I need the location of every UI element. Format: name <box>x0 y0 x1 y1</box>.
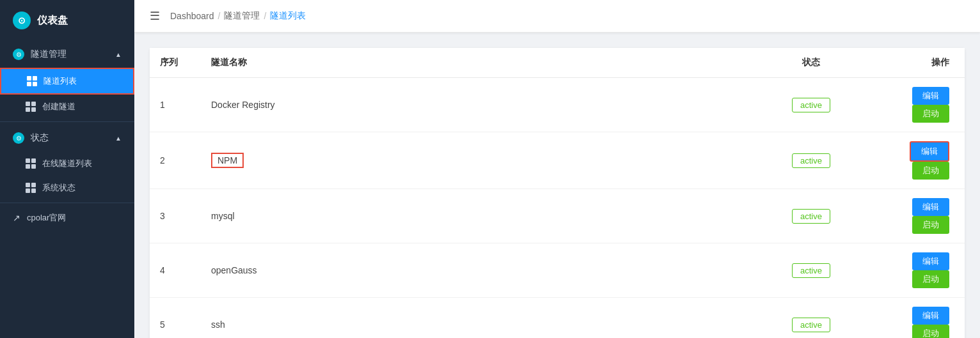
breadcrumb-sep-2: / <box>264 11 266 21</box>
cpolar-label: cpolar官网 <box>27 212 66 224</box>
table-row: 4 openGauss active 编辑 启动 <box>150 243 965 298</box>
grid2-icon <box>26 102 36 112</box>
breadcrumb-tunnel-mgmt[interactable]: 隧道管理 <box>224 10 260 22</box>
status-group[interactable]: ⚙ 状态 ▲ <box>0 125 134 151</box>
row5-ops: 编辑 启动 <box>862 298 965 339</box>
divider-2 <box>0 203 134 203</box>
status-badge: active <box>792 153 830 168</box>
system-status-label: 系统状态 <box>42 182 75 194</box>
status-badge: active <box>792 98 830 112</box>
row1-status: active <box>760 78 862 132</box>
row4-ops: 编辑 启动 <box>862 243 965 298</box>
table-row: 2 NPM active 编辑 启动 <box>150 132 965 189</box>
row3-status: active <box>760 189 862 243</box>
table-row: 1 Docker Registry active 编辑 启动 <box>150 78 965 132</box>
divider-1 <box>0 121 134 122</box>
sidebar-item-cpolar[interactable]: ↗ cpolar官网 <box>0 206 134 230</box>
row5-seq: 5 <box>150 298 201 339</box>
breadcrumb-sep-1: / <box>218 11 221 21</box>
table-row: 5 ssh active 编辑 启动 <box>150 298 965 339</box>
start-button[interactable]: 启动 <box>912 105 949 123</box>
tunnel-mgmt-section: ⚙ 隧道管理 ▲ 隧道列表 创建隧道 <box>0 41 134 119</box>
start-button[interactable]: 启动 <box>912 325 949 338</box>
start-button[interactable]: 启动 <box>912 216 949 234</box>
row1-seq: 1 <box>150 78 201 132</box>
row3-ops: 编辑 启动 <box>862 189 965 243</box>
status-badge: active <box>792 209 830 224</box>
row2-status: active <box>760 132 862 189</box>
col-header-seq: 序列 <box>150 48 201 78</box>
row4-status: active <box>760 243 862 298</box>
tunnel-mgmt-group[interactable]: ⚙ 隧道管理 ▲ <box>0 41 134 68</box>
row4-name: openGauss <box>201 243 760 298</box>
header: ☰ Dashboard / 隧道管理 / 隧道列表 <box>134 0 980 33</box>
table-header-row: 序列 隧道名称 状态 操作 <box>150 48 965 78</box>
create-tunnel-label: 创建隧道 <box>42 101 75 112</box>
tunnel-list-label: 隧道列表 <box>43 75 77 87</box>
sidebar-logo-label: 仪表盘 <box>37 14 68 27</box>
menu-icon[interactable]: ☰ <box>150 9 160 23</box>
row2-ops: 编辑 启动 <box>862 132 965 189</box>
row3-seq: 3 <box>150 189 201 243</box>
row4-seq: 4 <box>150 243 201 298</box>
row2-name: NPM <box>201 132 760 189</box>
chevron-up2-icon: ▲ <box>115 135 122 142</box>
grid3-icon <box>26 158 36 169</box>
tunnel-table: 序列 隧道名称 状态 操作 1 Docker Registry ac <box>150 48 965 338</box>
dashboard-icon: ⊙ <box>13 12 31 29</box>
start-button[interactable]: 启动 <box>912 162 949 180</box>
edit-button[interactable]: 编辑 <box>912 87 949 105</box>
row5-name: ssh <box>201 298 760 339</box>
sidebar-item-system-status[interactable]: 系统状态 <box>0 176 134 200</box>
col-header-status: 状态 <box>760 48 862 78</box>
status-section: ⚙ 状态 ▲ 在线隧道列表 系统状态 <box>0 125 134 200</box>
breadcrumb: Dashboard / 隧道管理 / 隧道列表 <box>170 10 306 22</box>
grid4-icon <box>26 183 36 193</box>
external-link-icon: ↗ <box>13 213 20 223</box>
sidebar-item-online-tunnels[interactable]: 在线隧道列表 <box>0 151 134 176</box>
sidebar-logo[interactable]: ⊙ 仪表盘 <box>0 0 134 41</box>
start-button[interactable]: 启动 <box>912 270 949 288</box>
edit-button[interactable]: 编辑 <box>912 198 949 216</box>
row5-status: active <box>760 298 862 339</box>
status-icon: ⚙ <box>13 132 24 144</box>
row1-ops: 编辑 启动 <box>862 78 965 132</box>
edit-button[interactable]: 编辑 <box>912 252 949 270</box>
col-header-ops: 操作 <box>862 48 965 78</box>
status-label: 状态 <box>31 132 49 144</box>
row2-seq: 2 <box>150 132 201 189</box>
grid-icon <box>27 76 37 86</box>
status-badge: active <box>792 263 830 278</box>
edit-button[interactable]: 编辑 <box>912 307 949 325</box>
chevron-up-icon: ▲ <box>115 51 122 58</box>
table-row: 3 mysql active 编辑 启动 <box>150 189 965 243</box>
sidebar-item-create-tunnel[interactable]: 创建隧道 <box>0 95 134 119</box>
breadcrumb-tunnel-list[interactable]: 隧道列表 <box>270 10 306 22</box>
content-area: 序列 隧道名称 状态 操作 1 Docker Registry ac <box>134 33 980 338</box>
online-tunnels-label: 在线隧道列表 <box>42 158 92 169</box>
sidebar-item-tunnel-list[interactable]: 隧道列表 <box>0 68 134 95</box>
tunnel-mgmt-icon: ⚙ <box>13 49 24 60</box>
breadcrumb-dashboard[interactable]: Dashboard <box>170 11 214 21</box>
tunnel-mgmt-label: 隧道管理 <box>31 49 67 60</box>
status-badge: active <box>792 318 830 332</box>
row3-name: mysql <box>201 189 760 243</box>
sidebar: ⊙ 仪表盘 ⚙ 隧道管理 ▲ 隧道列表 创建隧道 ⚙ 状态 ▲ <box>0 0 134 338</box>
npm-name-highlighted: NPM <box>211 153 244 168</box>
row1-name: Docker Registry <box>201 78 760 132</box>
edit-button-highlighted[interactable]: 编辑 <box>910 141 949 162</box>
tunnel-table-container: 序列 隧道名称 状态 操作 1 Docker Registry ac <box>150 48 965 338</box>
col-header-name: 隧道名称 <box>201 48 760 78</box>
main-content: ☰ Dashboard / 隧道管理 / 隧道列表 序列 隧道名称 状态 操作 <box>134 0 980 338</box>
